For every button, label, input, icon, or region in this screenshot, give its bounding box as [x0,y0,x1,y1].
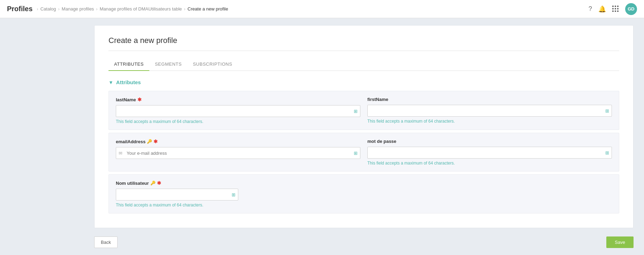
breadcrumb-sep-0: › [37,6,38,12]
lastname-side-icon: ⊞ [354,109,358,114]
back-button[interactable]: Back [94,236,118,248]
tabs: ATTRIBUTES SEGMENTS SUBSCRIPTIONS [108,58,619,71]
username-input[interactable] [116,189,238,201]
key-icon-username: 🔑 [150,181,156,185]
lastname-input[interactable] [116,105,360,117]
field-firstname-input-wrap: ⊞ [367,105,612,117]
firstname-side-icon: ⊞ [605,108,609,114]
bell-icon[interactable]: 🔔 [598,5,606,13]
field-username-input-wrap: ⊞ [116,189,238,201]
field-email: emailAddress 🔑 ✱ ✉ ⊞ [116,139,360,166]
field-username-label: Nom utilisateur 🔑 ✱ [116,180,238,186]
password-input[interactable] [367,147,612,159]
username-side-icon: ⊞ [232,192,235,197]
field-lastname: lastName ✱ ⊞ This field accepts a maximu… [116,97,360,124]
breadcrumb-catalog[interactable]: Catalog [40,6,56,12]
form-row-1: lastName ✱ ⊞ This field accepts a maximu… [108,91,619,130]
field-firstname-label: firstName [367,97,612,102]
section-attributes-title: Attributes [116,79,141,85]
password-side-icon: ⊞ [605,150,609,155]
required-star-username: ✱ [157,180,161,186]
form-row-2: emailAddress 🔑 ✱ ✉ ⊞ mot de passe [108,133,619,172]
field-username-empty [367,180,612,207]
firstname-hint: This field accepts a maximum of 64 chara… [367,119,612,124]
breadcrumb-current: Create a new profile [188,6,228,12]
tab-subscriptions[interactable]: SUBSCRIPTIONS [187,58,238,71]
field-firstname: firstName ⊞ This field accepts a maximum… [367,97,612,124]
email-input[interactable] [116,147,360,159]
card: Create a new profile ATTRIBUTES SEGMENTS… [94,25,634,228]
field-username: Nom utilisateur 🔑 ✱ ⊞ This field accepts… [116,180,238,207]
breadcrumb-sep-1: › [58,6,60,12]
username-hint: This field accepts a maximum of 64 chara… [116,203,238,207]
save-button[interactable]: Save [606,236,634,248]
email-side-icon: ⊞ [354,151,358,156]
help-icon[interactable]: ? [589,5,592,13]
chevron-down-icon[interactable]: ▼ [108,80,113,85]
breadcrumb: › Catalog › Manage profiles › Manage pro… [35,6,589,12]
field-password: mot de passe ⊞ This field accepts a maxi… [367,139,612,166]
breadcrumb-sep-3: › [184,6,185,12]
field-email-label: emailAddress 🔑 ✱ [116,139,360,144]
required-star-email: ✱ [153,139,158,144]
main-container: Create a new profile ATTRIBUTES SEGMENTS… [0,18,644,255]
breadcrumb-manage-profiles[interactable]: Manage profiles [62,6,94,12]
field-email-input-wrap: ✉ ⊞ [116,147,360,159]
tab-segments[interactable]: SEGMENTS [149,58,187,71]
key-icon-email: 🔑 [147,139,152,144]
avatar[interactable]: GD [625,3,637,15]
page-title: Create a new profile [108,36,619,51]
password-hint: This field accepts a maximum of 64 chara… [367,161,612,166]
sidebar [0,18,84,255]
field-password-label: mot de passe [367,139,612,144]
form-row-3: Nom utilisateur 🔑 ✱ ⊞ This field accepts… [108,174,619,213]
content-area: Create a new profile ATTRIBUTES SEGMENTS… [84,18,644,255]
envelope-icon: ✉ [119,151,122,156]
field-lastname-label: lastName ✱ [116,97,360,102]
lastname-hint: This field accepts a maximum of 64 chara… [116,119,360,124]
required-star-lastname: ✱ [137,97,142,102]
tab-attributes[interactable]: ATTRIBUTES [108,58,149,71]
bottom-actions: Back Save [94,236,634,248]
app-title: Profiles [7,5,32,13]
topnav: Profiles › Catalog › Manage profiles › M… [0,0,644,18]
section-header: ▼ Attributes [108,79,619,85]
topnav-actions: ? 🔔 GD [589,3,637,15]
apps-grid-icon[interactable] [612,6,619,12]
firstname-input[interactable] [367,105,612,117]
field-password-input-wrap: ⊞ [367,147,612,159]
breadcrumb-manage-table[interactable]: Manage profiles of DMAUtilisateurs table [100,6,182,12]
breadcrumb-sep-2: › [96,6,97,12]
field-lastname-input-wrap: ⊞ [116,105,360,117]
